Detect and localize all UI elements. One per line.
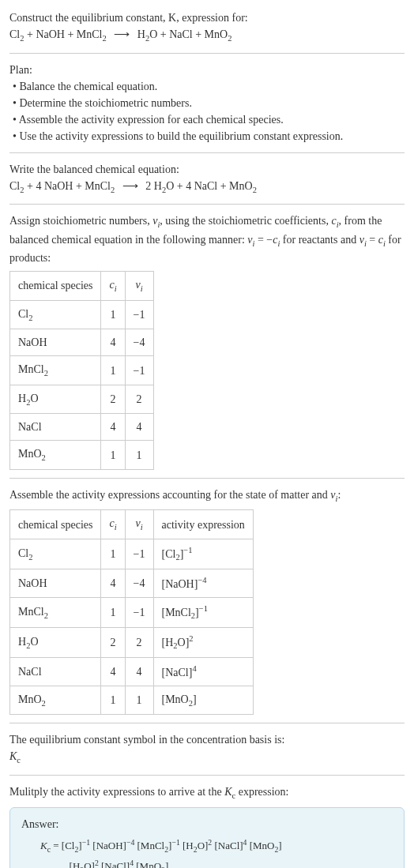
cell-v: 2: [125, 385, 153, 414]
intro-section: Construct the equilibrium constant, K, e…: [9, 9, 405, 54]
cell-v: −1: [125, 597, 153, 627]
balanced-heading: Write the balanced chemical equation:: [9, 161, 405, 178]
activity-section: Assemble the activity expressions accoun…: [9, 487, 405, 724]
symbol-line2: Kc: [9, 748, 405, 767]
table-header-row: chemical species ci νi activity expressi…: [10, 510, 254, 539]
table-header-row: chemical species ci νi: [10, 272, 154, 301]
cell-species: MnO2: [10, 686, 101, 715]
cell-species: MnO2: [10, 441, 101, 470]
plan-heading: Plan:: [9, 62, 405, 78]
plan-item-3: • Use the activity expressions to build …: [13, 128, 405, 145]
arrow-icon: ⟶: [122, 178, 138, 194]
cell-v: −1: [125, 356, 153, 385]
frac-numerator: [H2O]2 [NaCl]4 [MnO2]: [66, 856, 172, 868]
balanced-equation: Cl2 + 4 NaOH + MnCl2 ⟶ 2 H2O + 4 NaCl + …: [9, 178, 405, 197]
cell-v: 2: [125, 628, 153, 658]
cell-c: 1: [101, 356, 125, 385]
cell-expr: [MnO2]: [153, 686, 253, 715]
col-ci: ci: [101, 510, 125, 539]
cell-c: 4: [101, 329, 125, 356]
plan-section: Plan: • Balance the chemical equation. •…: [9, 62, 405, 153]
answer-box: Answer: Kc = [Cl2]−1 [NaOH]−4 [MnCl2]−1 …: [9, 807, 405, 868]
intro-equation: Cl2 + NaOH + MnCl2 ⟶ H2O + NaCl + MnO2: [9, 26, 405, 45]
table-row: Cl21−1: [10, 300, 154, 329]
plan-item-2: • Assemble the activity expression for e…: [13, 111, 405, 128]
table-row: MnO211: [10, 441, 154, 470]
intro-line1: Construct the equilibrium constant, K, e…: [9, 9, 405, 26]
cell-species: NaOH: [10, 329, 101, 356]
table-row: MnCl21−1[MnCl2]−1: [10, 597, 254, 627]
col-vi: νi: [125, 510, 153, 539]
cell-v: 4: [125, 414, 153, 441]
cell-v: −1: [125, 300, 153, 329]
stoich-text: Assign stoichiometric numbers, νi, using…: [9, 212, 405, 266]
cell-c: 4: [101, 414, 125, 441]
cell-v: −4: [125, 569, 153, 598]
cell-v: 4: [125, 658, 153, 686]
cell-species: H2O: [10, 385, 101, 414]
plan-item-0: • Balance the chemical equation.: [13, 78, 405, 95]
symbol-section: The equilibrium constant symbol in the c…: [9, 731, 405, 776]
balanced-section: Write the balanced chemical equation: Cl…: [9, 161, 405, 205]
answer-line1: Kc = [Cl2]−1 [NaOH]−4 [MnCl2]−1 [H2O]2 […: [40, 836, 393, 856]
cell-expr: [H2O]2: [153, 628, 253, 658]
answer-line2: = [H2O]2 [NaCl]4 [MnO2] [Cl2] [NaOH]4 [M…: [58, 856, 393, 868]
activity-text: Assemble the activity expressions accoun…: [9, 487, 405, 505]
multiply-section: Mulitply the activity expressions to arr…: [9, 783, 405, 868]
col-species: chemical species: [10, 510, 101, 539]
answer-label: Answer:: [21, 816, 393, 832]
col-vi: νi: [125, 272, 153, 301]
table-row: MnCl21−1: [10, 356, 154, 385]
cell-c: 4: [101, 658, 125, 686]
table-row: H2O22[H2O]2: [10, 628, 254, 658]
cell-c: 4: [101, 569, 125, 598]
cell-species: MnCl2: [10, 597, 101, 627]
cell-species: MnCl2: [10, 356, 101, 385]
col-ci: ci: [101, 272, 125, 301]
cell-c: 2: [101, 628, 125, 658]
cell-expr: [MnCl2]−1: [153, 597, 253, 627]
cell-expr: [NaOH]−4: [153, 569, 253, 598]
cell-species: Cl2: [10, 300, 101, 329]
table-row: Cl21−1[Cl2]−1: [10, 539, 254, 569]
cell-c: 1: [101, 686, 125, 715]
plan-item-1: • Determine the stoichiometric numbers.: [13, 95, 405, 111]
cell-expr: [Cl2]−1: [153, 539, 253, 569]
col-species: chemical species: [10, 272, 101, 301]
cell-species: NaOH: [10, 569, 101, 598]
table-row: NaOH4−4[NaOH]−4: [10, 569, 254, 598]
cell-c: 1: [101, 441, 125, 470]
table-row: MnO211[MnO2]: [10, 686, 254, 715]
cell-species: H2O: [10, 628, 101, 658]
cell-c: 1: [101, 597, 125, 627]
table-row: NaCl44[NaCl]4: [10, 658, 254, 686]
table-row: NaCl44: [10, 414, 154, 441]
arrow-icon: ⟶: [114, 26, 130, 43]
table-row: H2O22: [10, 385, 154, 414]
cell-species: NaCl: [10, 658, 101, 686]
stoich-section: Assign stoichiometric numbers, νi, using…: [9, 212, 405, 479]
cell-c: 1: [101, 539, 125, 569]
fraction: [H2O]2 [NaCl]4 [MnO2] [Cl2] [NaOH]4 [MnC…: [66, 856, 172, 868]
cell-v: 1: [125, 686, 153, 715]
col-expr: activity expression: [153, 510, 253, 539]
cell-v: −1: [125, 539, 153, 569]
table-row: NaOH4−4: [10, 329, 154, 356]
symbol-line1: The equilibrium constant symbol in the c…: [9, 731, 405, 748]
cell-c: 2: [101, 385, 125, 414]
stoich-table: chemical species ci νi Cl21−1 NaOH4−4 Mn…: [9, 271, 154, 470]
cell-expr: [NaCl]4: [153, 658, 253, 686]
activity-table: chemical species ci νi activity expressi…: [9, 509, 254, 715]
cell-species: NaCl: [10, 414, 101, 441]
cell-c: 1: [101, 300, 125, 329]
cell-species: Cl2: [10, 539, 101, 569]
cell-v: 1: [125, 441, 153, 470]
cell-v: −4: [125, 329, 153, 356]
multiply-text: Mulitply the activity expressions to arr…: [9, 783, 405, 802]
